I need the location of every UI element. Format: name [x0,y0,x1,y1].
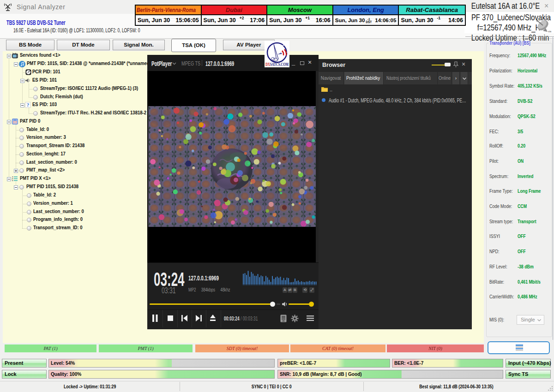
svg-text:?: ? [27,102,30,107]
svg-text:sia: sia [548,30,551,33]
svg-text:DXSATCS.COM: DXSATCS.COM [265,62,289,67]
